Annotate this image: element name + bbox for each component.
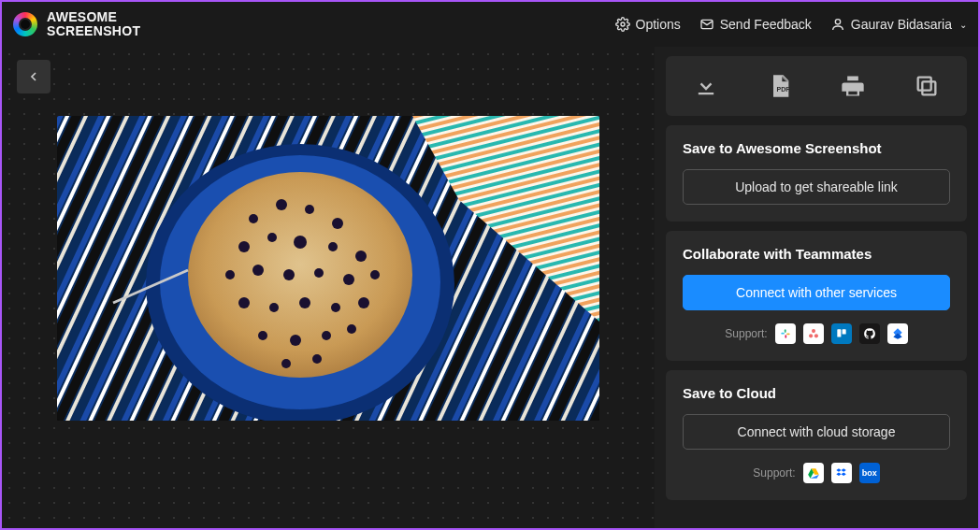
svg-point-19 bbox=[332, 218, 343, 229]
svg-point-31 bbox=[238, 297, 250, 308]
app-logo-icon bbox=[13, 12, 37, 36]
pdf-button[interactable]: PDF bbox=[761, 69, 799, 103]
svg-point-18 bbox=[305, 205, 314, 214]
panel-cloud: Save to Cloud Connect with cloud storage… bbox=[666, 370, 967, 500]
mail-icon bbox=[699, 17, 714, 32]
box-icon: box bbox=[859, 463, 880, 483]
svg-point-39 bbox=[347, 324, 356, 334]
gear-icon bbox=[615, 17, 630, 32]
feedback-link[interactable]: Send Feedback bbox=[699, 17, 812, 32]
print-icon bbox=[840, 73, 866, 99]
dropbox-icon bbox=[831, 463, 852, 483]
svg-point-38 bbox=[322, 331, 331, 340]
user-icon bbox=[830, 17, 845, 32]
svg-text:PDF: PDF bbox=[776, 86, 790, 93]
svg-rect-49 bbox=[785, 335, 786, 338]
chevron-down-icon: ⌄ bbox=[959, 20, 967, 30]
svg-rect-53 bbox=[837, 329, 841, 337]
svg-point-51 bbox=[809, 334, 813, 337]
svg-point-33 bbox=[299, 297, 310, 308]
gdrive-icon bbox=[803, 463, 824, 483]
svg-point-40 bbox=[281, 359, 291, 368]
header: AWESOME SCREENSHOT Options Send Feedback… bbox=[2, 2, 978, 47]
svg-point-37 bbox=[290, 335, 301, 346]
svg-rect-47 bbox=[785, 329, 786, 333]
support-label: Support: bbox=[753, 466, 795, 480]
svg-point-20 bbox=[238, 241, 250, 252]
options-label: Options bbox=[636, 17, 681, 32]
download-button[interactable] bbox=[687, 69, 725, 103]
svg-point-41 bbox=[312, 354, 322, 364]
support-row: Support: bbox=[683, 323, 950, 344]
options-link[interactable]: Options bbox=[615, 17, 681, 32]
feedback-label: Send Feedback bbox=[720, 17, 812, 32]
panel-save-awesome: Save to Awesome Screenshot Upload to get… bbox=[666, 125, 967, 222]
svg-point-2 bbox=[835, 20, 840, 24]
download-icon bbox=[693, 73, 719, 99]
connect-services-button[interactable]: Connect with other services bbox=[683, 275, 950, 310]
sidebar: PDF Save to Awesome Screenshot Upload to… bbox=[655, 47, 978, 528]
back-button[interactable] bbox=[17, 60, 50, 93]
svg-point-27 bbox=[283, 269, 295, 280]
svg-rect-45 bbox=[917, 78, 930, 91]
svg-point-21 bbox=[267, 233, 277, 242]
user-name-label: Gaurav Bidasaria bbox=[851, 17, 952, 32]
header-actions: Options Send Feedback Gaurav Bidasaria ⌄ bbox=[615, 17, 968, 32]
svg-rect-48 bbox=[786, 333, 790, 335]
svg-point-35 bbox=[358, 297, 369, 308]
canvas-area bbox=[2, 47, 655, 528]
pdf-icon: PDF bbox=[767, 73, 793, 99]
svg-rect-54 bbox=[842, 329, 845, 334]
svg-rect-46 bbox=[781, 333, 785, 335]
app-name: AWESOME SCREENSHOT bbox=[47, 10, 140, 37]
panel-title: Save to Awesome Screenshot bbox=[683, 140, 950, 156]
asana-icon bbox=[803, 323, 824, 344]
panel-collaborate: Collaborate with Teammates Connect with … bbox=[666, 231, 967, 361]
slack-icon bbox=[775, 323, 796, 344]
panel-title: Save to Cloud bbox=[683, 385, 950, 401]
connect-cloud-button[interactable]: Connect with cloud storage bbox=[683, 414, 950, 450]
copy-icon bbox=[914, 73, 940, 99]
trello-icon bbox=[831, 323, 852, 344]
svg-point-28 bbox=[314, 268, 324, 278]
svg-point-34 bbox=[331, 303, 340, 312]
screenshot-preview[interactable] bbox=[57, 116, 599, 421]
svg-rect-44 bbox=[922, 81, 935, 94]
export-toolbar: PDF bbox=[666, 56, 967, 116]
svg-point-52 bbox=[814, 334, 818, 337]
svg-point-0 bbox=[621, 22, 625, 26]
svg-point-17 bbox=[276, 199, 287, 210]
print-button[interactable] bbox=[834, 69, 872, 103]
svg-point-24 bbox=[355, 251, 367, 262]
main: PDF Save to Awesome Screenshot Upload to… bbox=[2, 47, 978, 528]
svg-point-50 bbox=[812, 329, 815, 333]
panel-title: Collaborate with Teammates bbox=[683, 246, 950, 262]
jira-icon bbox=[887, 323, 908, 344]
github-icon bbox=[859, 323, 880, 344]
svg-point-29 bbox=[343, 274, 354, 285]
svg-point-26 bbox=[252, 265, 264, 276]
logo-area: AWESOME SCREENSHOT bbox=[13, 10, 140, 37]
svg-point-30 bbox=[370, 270, 380, 279]
svg-point-36 bbox=[258, 331, 267, 340]
support-label: Support: bbox=[725, 327, 767, 340]
upload-button[interactable]: Upload to get shareable link bbox=[683, 169, 950, 205]
svg-point-25 bbox=[225, 270, 235, 279]
user-menu[interactable]: Gaurav Bidasaria ⌄ bbox=[830, 17, 967, 32]
svg-point-16 bbox=[249, 214, 258, 223]
svg-point-23 bbox=[328, 242, 338, 251]
copy-button[interactable] bbox=[908, 69, 945, 103]
svg-point-22 bbox=[294, 236, 307, 249]
svg-point-32 bbox=[269, 303, 279, 312]
chevron-left-icon bbox=[26, 69, 41, 84]
support-row: Support: box bbox=[683, 463, 950, 483]
